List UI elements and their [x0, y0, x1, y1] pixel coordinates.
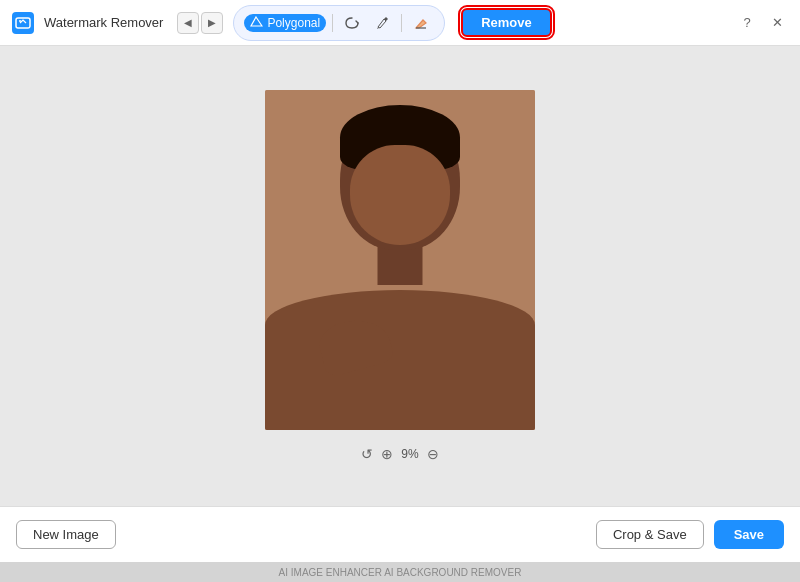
zoom-bar: ↺ ⊕ 9% ⊖: [361, 446, 438, 462]
bottom-toolbar: New Image Crop & Save Save: [0, 506, 800, 562]
bottom-strip: AI IMAGE ENHANCER AI BACKGROUND REMOVER: [0, 562, 800, 582]
zoom-out-icon[interactable]: ⊖: [427, 446, 439, 462]
zoom-reset-icon[interactable]: ↺: [361, 446, 373, 462]
bottom-right-actions: Crop & Save Save: [596, 520, 784, 549]
tool-divider-2: [401, 14, 402, 32]
nav-arrows: ◀ ▶: [177, 12, 223, 34]
back-arrow[interactable]: ◀: [177, 12, 199, 34]
zoom-in-icon[interactable]: ⊕: [381, 446, 393, 462]
photo-display: [265, 90, 535, 430]
tool-group: Polygonal: [233, 5, 445, 41]
remove-button[interactable]: Remove: [461, 8, 552, 37]
crop-save-button[interactable]: Crop & Save: [596, 520, 704, 549]
window-controls: ? ✕: [736, 12, 788, 34]
forward-arrow[interactable]: ▶: [201, 12, 223, 34]
zoom-level: 9%: [401, 447, 418, 461]
main-canvas-area: ↺ ⊕ 9% ⊖: [0, 46, 800, 506]
app-title: Watermark Remover: [44, 15, 163, 30]
save-button[interactable]: Save: [714, 520, 784, 549]
image-canvas[interactable]: [265, 90, 535, 430]
title-bar: Watermark Remover ◀ ▶ Polygonal: [0, 0, 800, 46]
new-image-button[interactable]: New Image: [16, 520, 116, 549]
svg-point-1: [19, 20, 21, 22]
tool-divider: [332, 14, 333, 32]
close-button[interactable]: ✕: [766, 12, 788, 34]
svg-marker-2: [251, 17, 262, 26]
app-icon: [12, 12, 34, 34]
brush-tool[interactable]: [369, 10, 395, 36]
eraser-tool[interactable]: [408, 10, 434, 36]
lasso-tool[interactable]: [339, 10, 365, 36]
help-button[interactable]: ?: [736, 12, 758, 34]
polygonal-tool[interactable]: Polygonal: [244, 14, 326, 32]
